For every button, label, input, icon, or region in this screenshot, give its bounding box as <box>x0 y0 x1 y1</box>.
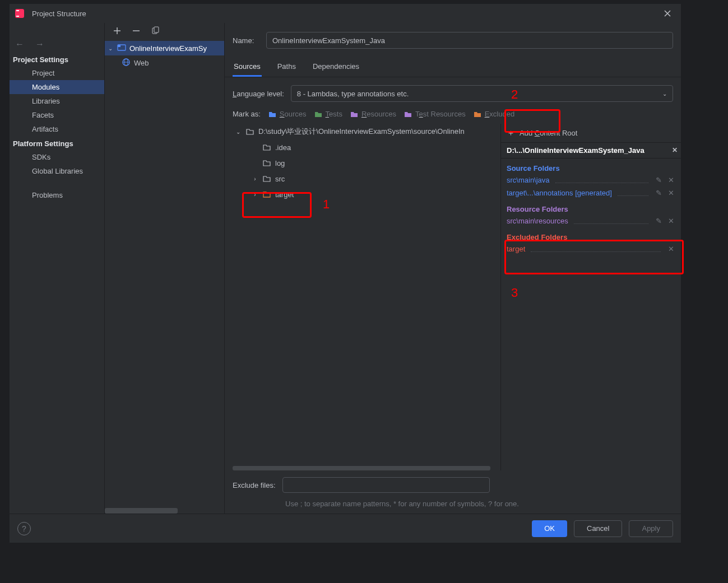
ok-button[interactable]: OK <box>532 520 567 537</box>
nav-modules[interactable]: Modules <box>10 80 104 94</box>
help-icon[interactable]: ? <box>17 522 31 535</box>
mark-sources[interactable]: Sources <box>268 110 307 118</box>
module-icon <box>117 43 126 54</box>
folder-icon <box>263 143 271 151</box>
pencil-icon[interactable]: ✎ <box>654 217 663 225</box>
left-gutter <box>0 0 9 583</box>
mark-tests[interactable]: Tests <box>314 110 342 118</box>
nav-global-libraries[interactable]: Global Libraries <box>10 164 104 178</box>
tab-sources[interactable]: Sources <box>233 59 262 77</box>
svg-rect-6 <box>118 45 120 47</box>
folder-src[interactable]: › src <box>233 171 500 186</box>
right-gutter <box>681 0 728 583</box>
resource-folders-label: Resource Folders <box>501 199 681 214</box>
mark-excluded[interactable]: Excluded <box>474 110 514 118</box>
svg-rect-4 <box>154 27 159 32</box>
expand-icon[interactable]: ⌄ <box>107 45 114 52</box>
titlebar: Project Structure <box>10 4 681 23</box>
remove-icon[interactable] <box>132 26 141 35</box>
nav-arrows: ← → <box>10 36 104 52</box>
exclude-hint: Use ; to separate name patterns, * for a… <box>225 500 681 514</box>
close-button[interactable] <box>660 6 675 21</box>
lang-select[interactable]: 8 - Lambdas, type annotations etc. ⌄ <box>291 85 673 102</box>
excluded-folder-target[interactable]: target ✕ <box>501 242 681 255</box>
caret-right-icon[interactable]: › <box>252 192 258 198</box>
scrollbar[interactable] <box>105 508 178 514</box>
cancel-button[interactable]: Cancel <box>574 520 622 537</box>
add-icon[interactable] <box>113 26 122 35</box>
name-input[interactable] <box>266 32 673 49</box>
exclude-files-row: Exclude files: <box>225 470 681 500</box>
pencil-icon[interactable]: ✎ <box>654 189 663 197</box>
mark-as-label: Mark as: <box>233 110 261 118</box>
apply-button[interactable]: Apply <box>629 520 673 537</box>
project-structure-dialog: Project Structure ← → Project Settings P… <box>9 3 681 543</box>
lang-value: 8 - Lambdas, type annotations etc. <box>297 90 409 98</box>
platform-settings-label: Platform Settings <box>10 136 104 150</box>
window-title: Project Structure <box>32 10 660 18</box>
tabs: Sources Paths Dependencies <box>225 59 681 77</box>
sidebar: ← → Project Settings Project Modules Lib… <box>10 23 105 514</box>
exclude-files-input[interactable] <box>282 477 490 493</box>
folder-log[interactable]: log <box>233 155 500 171</box>
source-folder-annotations[interactable]: target\...\annotations [generated] ✎ ✕ <box>501 186 681 199</box>
add-content-root[interactable]: ＋ Add Content Root Add Content Root <box>501 124 681 143</box>
nav-sdks[interactable]: SDKs <box>10 150 104 164</box>
modules-tree: ⌄ OnlineInterviewExamSy Web <box>105 39 224 514</box>
modules-panel: ⌄ OnlineInterviewExamSy Web <box>105 23 225 514</box>
mark-test-resources[interactable]: Test Resources <box>404 110 466 118</box>
folder-src-label: src <box>275 175 285 183</box>
svg-rect-2 <box>16 16 19 17</box>
name-label: Name: <box>233 36 259 45</box>
modules-toolbar <box>105 23 224 39</box>
folder-root[interactable]: ⌄ D:\study\毕业设计\OnlineInterviewExamSyste… <box>233 124 500 139</box>
chevron-down-icon: ⌄ <box>662 91 667 97</box>
nav-facets[interactable]: Facets <box>10 108 104 122</box>
footer: ? OK Cancel Apply <box>10 514 681 543</box>
folder-icon-excluded <box>263 190 271 198</box>
plus-icon: ＋ <box>507 128 515 138</box>
folder-idea[interactable]: .idea <box>233 139 500 155</box>
close-icon[interactable]: ✕ <box>672 146 678 154</box>
copy-icon[interactable] <box>151 26 160 35</box>
source-folder-java[interactable]: src\main\java ✎ ✕ <box>501 174 681 186</box>
folder-tree: ⌄ D:\study\毕业设计\OnlineInterviewExamSyste… <box>225 124 500 470</box>
nav-problems[interactable]: Problems <box>10 188 104 202</box>
back-icon[interactable]: ← <box>15 39 24 49</box>
mark-as-row: Mark as: Sources Tests Resources Test Re… <box>225 102 681 118</box>
h-scrollbar[interactable] <box>233 466 490 470</box>
app-icon <box>15 9 24 18</box>
project-settings-label: Project Settings <box>10 52 104 66</box>
folder-icon <box>263 175 271 183</box>
tab-paths[interactable]: Paths <box>276 59 297 77</box>
remove-icon[interactable]: ✕ <box>666 217 675 225</box>
nav-libraries[interactable]: Libraries <box>10 94 104 108</box>
folder-icon <box>263 159 271 167</box>
excluded-folders-label: Excluded Folders <box>501 227 681 242</box>
resource-folder[interactable]: src\main\resources ✎ ✕ <box>501 214 681 227</box>
remove-icon[interactable]: ✕ <box>666 189 675 197</box>
caret-down-icon[interactable]: ⌄ <box>235 129 242 135</box>
forward-icon[interactable]: → <box>35 39 44 49</box>
folder-area: ⌄ D:\study\毕业设计\OnlineInterviewExamSyste… <box>225 124 681 470</box>
nav-artifacts[interactable]: Artifacts <box>10 122 104 136</box>
folder-target[interactable]: › target <box>233 186 500 202</box>
module-row-root[interactable]: ⌄ OnlineInterviewExamSy <box>105 41 224 55</box>
remove-icon[interactable]: ✕ <box>666 176 675 184</box>
tab-dependencies[interactable]: Dependencies <box>312 59 360 77</box>
caret-right-icon[interactable]: › <box>252 176 258 182</box>
remove-icon[interactable]: ✕ <box>666 245 675 253</box>
nav-project[interactable]: Project <box>10 66 104 80</box>
mark-resources[interactable]: Resources <box>350 110 396 118</box>
module-row-web[interactable]: Web <box>105 55 224 70</box>
module-web-label: Web <box>134 59 149 67</box>
folder-root-label: D:\study\毕业设计\OnlineInterviewExamSystem\… <box>258 127 465 137</box>
source-folders-label: Source Folders <box>501 158 681 174</box>
svg-rect-1 <box>16 10 19 11</box>
web-icon <box>122 58 131 68</box>
pencil-icon[interactable]: ✎ <box>654 176 663 184</box>
content-root-path[interactable]: D:\...\OnlineInterviewExamSystem_Java ✕ <box>501 143 681 158</box>
language-level-row: LLanguage level:anguage level: 8 - Lambd… <box>225 77 681 102</box>
folder-target-label: target <box>275 190 294 199</box>
dialog-body: ← → Project Settings Project Modules Lib… <box>10 23 681 514</box>
